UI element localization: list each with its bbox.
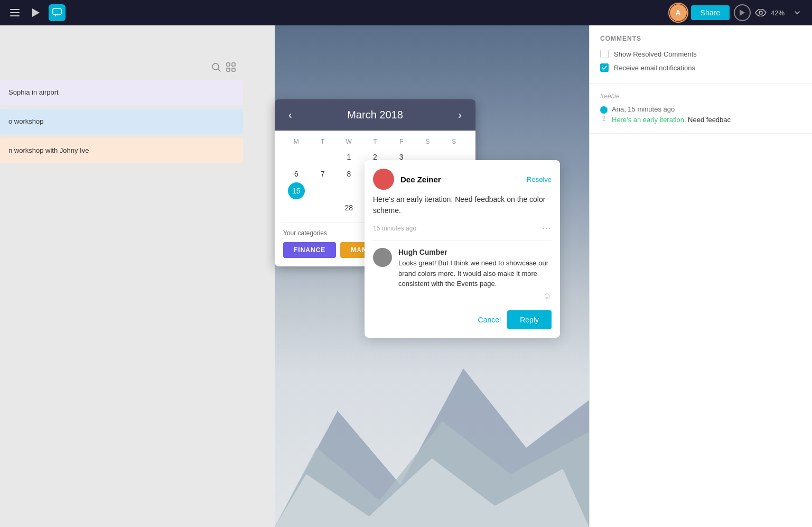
- comment-actions: Cancel Reply: [365, 305, 560, 338]
- calendar-next-button[interactable]: ›: [454, 109, 466, 121]
- calendar-day[interactable]: 1: [335, 149, 362, 165]
- svg-rect-0: [10, 9, 20, 10]
- calendar-day[interactable]: [335, 182, 362, 199]
- comment-timestamp: 15 minutes ago: [373, 225, 416, 232]
- calendar-day[interactable]: 6: [283, 165, 310, 182]
- thread-indicator: [600, 106, 608, 114]
- svg-rect-12: [227, 63, 230, 66]
- show-resolved-checkbox[interactable]: [600, 50, 609, 58]
- chevron-down-icon[interactable]: [789, 4, 806, 21]
- eye-icon[interactable]: [755, 7, 767, 19]
- calendar-day[interactable]: [283, 199, 310, 216]
- avatar: [373, 248, 392, 267]
- show-resolved-label: Show Resolved Comments: [614, 50, 697, 58]
- calendar-day[interactable]: 8: [335, 165, 362, 182]
- reply-content: Hugh Cumber Looks great! But I think we …: [398, 247, 552, 289]
- calendar-prev-button[interactable]: ‹: [284, 109, 296, 121]
- svg-marker-5: [740, 10, 745, 16]
- grid-icon[interactable]: [226, 62, 236, 75]
- svg-point-6: [759, 11, 762, 14]
- more-options-icon[interactable]: ···: [542, 223, 552, 234]
- user-avatar[interactable]: A: [670, 4, 687, 21]
- play-icon[interactable]: [27, 4, 44, 21]
- category-finance-button[interactable]: FINANCE: [283, 242, 336, 258]
- calendar-day[interactable]: 28: [335, 199, 362, 216]
- reply-button[interactable]: Reply: [507, 310, 552, 329]
- cancel-button[interactable]: Cancel: [478, 316, 501, 324]
- thread-label: freebie: [600, 93, 801, 100]
- svg-point-10: [212, 63, 219, 70]
- comment-popup: Dee Zeiner Resolve Here's an early itera…: [365, 160, 560, 338]
- comment-meta: 15 minutes ago ···: [365, 220, 560, 240]
- left-panel: Sophia in airport o workshop n workshop …: [0, 25, 589, 527]
- thread-preview: 2 Ana, 15 minutes ago Here's an early it…: [600, 105, 801, 125]
- preview-play-button[interactable]: [734, 4, 751, 21]
- calendar-day[interactable]: [310, 199, 336, 216]
- email-notif-row: Receive email notifications: [600, 63, 801, 72]
- list-item[interactable]: o workshop: [0, 109, 243, 134]
- sidebar-cards: Sophia in airport o workshop n workshop …: [0, 57, 243, 167]
- thread-author: Ana, 15 minutes ago: [612, 105, 801, 113]
- main-area: Sophia in airport o workshop n workshop …: [0, 25, 812, 527]
- thread-text: Here's an early iteration. Need feedbac: [612, 115, 801, 125]
- comment-thread[interactable]: freebie 2 Ana, 15 minutes ago Here's an …: [590, 84, 812, 134]
- reply-text: Looks great! But I think we need to show…: [398, 258, 552, 289]
- comment-text: Here's an early iteration. Need feedback…: [373, 195, 545, 215]
- category-finance-wrap: FINANCE: [283, 242, 336, 258]
- search-toolbar: [0, 57, 243, 80]
- reply-header: Hugh Cumber Looks great! But I think we …: [373, 247, 552, 289]
- thread-count: 2: [602, 115, 606, 122]
- svg-rect-15: [232, 68, 235, 71]
- calendar-weekdays: M T W T F S S: [275, 131, 475, 149]
- calendar-header: ‹ March 2018 ›: [275, 99, 475, 131]
- calendar-day[interactable]: [310, 149, 336, 165]
- card-text: Sophia in airport: [8, 88, 59, 96]
- svg-rect-1: [10, 12, 20, 13]
- right-panel: COMMENTS Show Resolved Comments Receive …: [589, 25, 812, 527]
- comment-body: Here's an early iteration. Need feedback…: [365, 194, 560, 220]
- card-text: o workshop: [8, 117, 43, 125]
- emoji-button[interactable]: ☺: [373, 289, 552, 305]
- svg-rect-4: [53, 8, 61, 15]
- svg-rect-2: [10, 15, 20, 16]
- calendar-day[interactable]: [310, 182, 336, 199]
- svg-line-11: [218, 69, 220, 71]
- comment-header: Dee Zeiner Resolve: [365, 160, 560, 194]
- list-item[interactable]: Sophia in airport: [0, 80, 243, 105]
- comments-icon[interactable]: [49, 4, 66, 21]
- calendar-today[interactable]: 15: [288, 182, 305, 199]
- svg-marker-3: [32, 8, 40, 17]
- card-text: n workshop with Johny Ive: [8, 146, 89, 154]
- comments-panel-title: COMMENTS: [600, 35, 801, 42]
- resolve-button[interactable]: Resolve: [527, 175, 552, 183]
- svg-rect-14: [227, 68, 230, 71]
- topnav: A Share 42%: [0, 0, 812, 25]
- reply-author: Hugh Cumber: [398, 247, 552, 258]
- comment-author: Dee Zeiner: [400, 175, 520, 184]
- svg-rect-13: [232, 63, 235, 66]
- email-notif-label: Receive email notifications: [614, 64, 695, 72]
- email-notif-checkbox[interactable]: [600, 63, 609, 72]
- calendar-title: March 2018: [347, 109, 403, 121]
- comments-panel-header: COMMENTS Show Resolved Comments Receive …: [590, 25, 812, 84]
- zoom-level[interactable]: 42%: [771, 9, 785, 17]
- calendar-day[interactable]: [283, 149, 310, 165]
- menu-icon[interactable]: [6, 4, 23, 21]
- search-icon[interactable]: [211, 62, 221, 75]
- share-button[interactable]: Share: [691, 5, 730, 20]
- calendar-day[interactable]: 7: [310, 165, 336, 182]
- list-item[interactable]: n workshop with Johny Ive: [0, 138, 243, 163]
- avatar: [373, 169, 394, 190]
- show-resolved-row: Show Resolved Comments: [600, 50, 801, 58]
- reply-section: Hugh Cumber Looks great! But I think we …: [365, 241, 560, 305]
